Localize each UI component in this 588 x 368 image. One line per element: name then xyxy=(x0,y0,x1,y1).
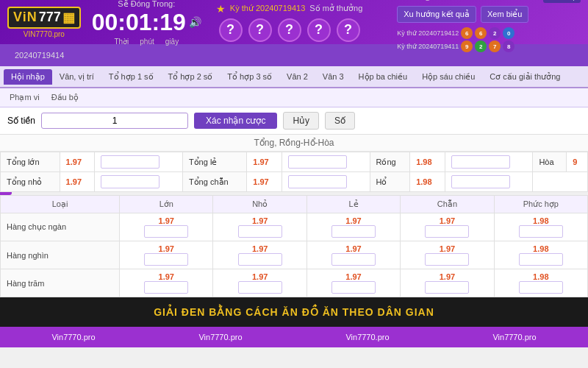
main-content: Hội nhập Vân, vị trí Tổ hợp 1 số Tổ hợp … xyxy=(0,66,588,297)
hang-nghin-chan: 1.97 xyxy=(401,241,494,269)
tab-to-hop-3[interactable]: Tổ hợp 3 số xyxy=(220,69,279,85)
tong-nho-odds: 1.97 xyxy=(60,172,94,192)
hang-tram-nho-input[interactable] xyxy=(238,281,282,294)
header: ViN 777 ▦ VIN7770.pro Sẽ Đóng Trong: 00:… xyxy=(0,0,588,44)
footer-link-4[interactable]: Vin7770.pro xyxy=(492,333,536,342)
ho-input[interactable] xyxy=(451,175,510,188)
speaker-icon[interactable]: 🔊 xyxy=(189,16,201,28)
hang-nghin-lon: 1.97 xyxy=(120,241,213,269)
hang-tram-phuc-input[interactable] xyxy=(519,281,563,294)
tab-to-hop-1[interactable]: Tổ hợp 1 số xyxy=(101,69,161,85)
hang-chuc-phuc: 1.98 xyxy=(494,213,587,241)
xem-bieu-button[interactable]: Xem biểu xyxy=(481,6,528,23)
hang-nghin-phuc-input[interactable] xyxy=(519,253,563,266)
tong-lon-label: Tổng lớn xyxy=(1,152,60,172)
huy-button[interactable]: Hủy xyxy=(283,112,319,130)
ho-label: Hổ xyxy=(370,172,410,192)
hien-thi-button[interactable]: Hiển thị xyxy=(543,0,581,3)
tong-le-input[interactable] xyxy=(288,155,347,169)
detail-row-3: Hàng trăm 1.97 1.97 1.97 1.97 xyxy=(1,269,588,297)
hang-nghin-label: Hàng nghìn xyxy=(1,241,120,269)
lottery-section: ★ Kỳ thứ 20240719413 Số mở thưởng ? ? ? … xyxy=(216,3,362,42)
tab-hop-sau[interactable]: Hộp sáu chiều xyxy=(415,69,482,85)
history-row-1: Kỳ thứ 20240719412 6 6 2 0 xyxy=(397,27,581,39)
tab-hop-ba[interactable]: Hộp ba chiều xyxy=(351,69,415,85)
hball-2-4: 8 xyxy=(503,40,514,52)
rong-odds: 1.98 xyxy=(410,152,445,172)
col-le: Lẻ xyxy=(306,196,400,213)
ho-odds: 1.98 xyxy=(410,172,445,192)
tab-van-vi-tri[interactable]: Vân, vị trí xyxy=(52,69,101,85)
so-button[interactable]: Số xyxy=(325,112,355,130)
hball-1-4: 0 xyxy=(503,27,514,39)
hang-nghin-nho-input[interactable] xyxy=(238,253,282,266)
tong-chan-input-cell xyxy=(282,172,370,192)
ball-3: ? xyxy=(278,18,301,42)
ball-5: ? xyxy=(337,18,360,42)
hang-tram-lon: 1.97 xyxy=(120,269,213,297)
hang-chuc-lon-input[interactable] xyxy=(144,225,188,238)
logo-sub: VIN7770.pro xyxy=(24,30,65,38)
tab-to-hop-2[interactable]: Tổ hợp 2 số xyxy=(161,69,220,85)
hang-nghin-le-input[interactable] xyxy=(331,253,376,266)
detail-table-section: Loại Lớn Nhỏ Lẻ Chẵn Phức hợp Hàng chục … xyxy=(0,195,588,297)
tab-hoi-nhap[interactable]: Hội nhập xyxy=(4,69,52,85)
hang-chuc-label: Hàng chục ngàn xyxy=(1,213,120,241)
hball-2-3: 7 xyxy=(489,40,501,52)
hang-chuc-phuc-input[interactable] xyxy=(519,225,563,238)
hang-nghin-chan-input[interactable] xyxy=(425,253,469,266)
logo-vin: ViN xyxy=(13,10,37,25)
tong-row-1: Tổng lớn 1.97 Tổng lẻ 1.97 Rồng 1.98 Hòa… xyxy=(1,152,588,172)
tong-nho-input[interactable] xyxy=(101,175,159,188)
tab-dau-bo[interactable]: Đầu bộ xyxy=(46,91,85,105)
tab-pham-vi[interactable]: Phạm vi xyxy=(4,91,46,105)
tab-van-3[interactable]: Vân 3 xyxy=(315,69,351,84)
col-nho: Nhỏ xyxy=(213,196,306,213)
footer-links: Vin7770.pro Vin7770.pro Vin7770.pro Vin7… xyxy=(0,327,588,347)
tong-chan-input[interactable] xyxy=(288,175,347,188)
tong-lon-input[interactable] xyxy=(101,155,159,169)
hball-1-3: 2 xyxy=(489,27,501,39)
history-row-2: Kỳ thứ 20240719411 9 2 7 8 xyxy=(397,40,581,52)
tong-le-input-cell xyxy=(282,152,370,172)
hang-chuc-chan-input[interactable] xyxy=(425,225,469,238)
footer-link-1[interactable]: Vin7770.pro xyxy=(51,333,95,342)
rong-label: Rồng xyxy=(370,152,410,172)
hang-tram-chan-input[interactable] xyxy=(425,281,469,294)
hang-chuc-le-input[interactable] xyxy=(331,225,376,238)
hang-nghin-nho: 1.97 xyxy=(213,241,306,269)
hang-nghin-lon-input[interactable] xyxy=(144,253,188,266)
lottery-balls: ? ? ? ? ? xyxy=(219,18,360,42)
tab-co-cau[interactable]: Cơ cấu giải thưởng xyxy=(482,69,567,85)
header-buttons: Xu hướng kết quả Xem biểu xyxy=(397,6,581,23)
countdown: 00:01:19 xyxy=(92,9,186,36)
detail-table: Loại Lớn Nhỏ Lẻ Chẵn Phức hợp Hàng chục … xyxy=(0,195,588,297)
hang-tram-lon-input[interactable] xyxy=(144,281,188,294)
tong-section-title: Tổng, Rồng-Hổ-Hòa xyxy=(0,135,588,152)
hang-tram-label: Hàng trăm xyxy=(1,269,120,297)
lottery-id: Kỳ thứ 20240719413 xyxy=(230,4,305,13)
footer-link-2[interactable]: Vin7770.pro xyxy=(198,333,242,342)
tong-row-2: Tổng nhỏ 1.97 Tổng chẵn 1.97 Hổ 1.98 xyxy=(1,172,588,192)
logo-area: ViN 777 ▦ VIN7770.pro xyxy=(7,7,81,38)
so-tien-input[interactable] xyxy=(41,113,188,129)
tong-le-odds: 1.97 xyxy=(247,152,282,172)
footer-link-3[interactable]: Vin7770.pro xyxy=(345,333,389,342)
xu-huong-button[interactable]: Xu hướng kết quả xyxy=(397,6,476,23)
col-lon: Lớn xyxy=(120,196,213,213)
dmvnd-text: DMVND@k77k1567608 xyxy=(397,0,476,1)
logo-bracket: ▦ xyxy=(62,10,75,26)
logo-box: ViN 777 ▦ xyxy=(7,7,81,29)
tab-van-2[interactable]: Vân 2 xyxy=(279,69,315,84)
ball-1: ? xyxy=(219,18,243,42)
so-tien-label: Số tiền xyxy=(7,116,35,126)
rong-input[interactable] xyxy=(451,155,510,169)
col-loai: Loại xyxy=(1,196,120,213)
detail-row-2: Hàng nghìn 1.97 1.97 1.97 1.97 xyxy=(1,241,588,269)
unit-phut: phút xyxy=(140,38,154,46)
hang-tram-le-input[interactable] xyxy=(331,281,376,294)
xac-nhan-button[interactable]: Xác nhận cược xyxy=(194,113,277,129)
hang-chuc-nho-input[interactable] xyxy=(238,225,282,238)
tabs-row: Hội nhập Vân, vị trí Tổ hợp 1 số Tổ hợp … xyxy=(0,66,588,88)
hang-chuc-chan: 1.97 xyxy=(401,213,494,241)
